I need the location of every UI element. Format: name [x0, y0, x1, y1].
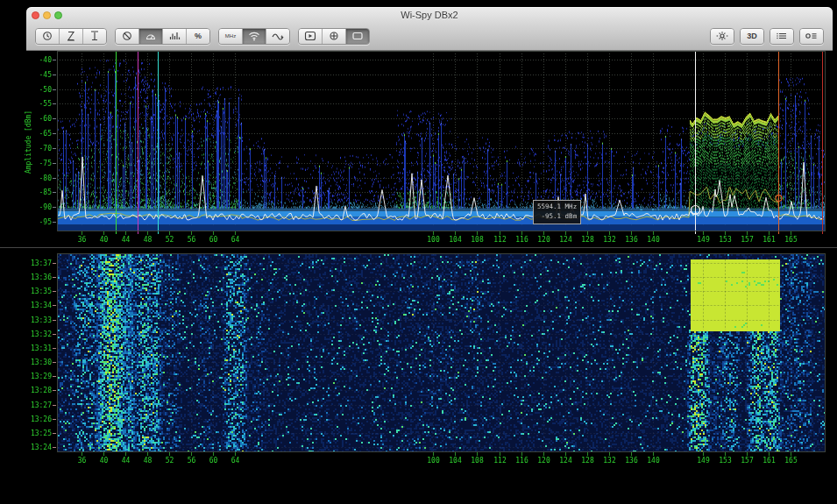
list-icon — [775, 31, 789, 41]
wi-spy-app: { "window": { "title": "Wi-Spy DBx2", "t… — [0, 0, 837, 504]
disable-icon — [120, 31, 134, 41]
window-title: Wi-Spy DBx2 — [26, 10, 833, 20]
waterfall-view-button[interactable] — [162, 29, 186, 44]
annotation-icon — [351, 31, 365, 41]
crosshair-button[interactable] — [322, 29, 345, 44]
three-d-view-button[interactable]: 3D — [741, 29, 763, 44]
sweep-wave-icon — [271, 31, 285, 41]
waterfall-bars-icon — [167, 31, 181, 41]
tooltip-frequency: 5594.1 MHz — [537, 202, 577, 212]
time-controls-group — [35, 28, 107, 45]
toolbar: % MHz — [26, 24, 833, 48]
sweep-button[interactable] — [266, 29, 289, 44]
disable-view-button[interactable] — [116, 29, 138, 44]
tooltip-amplitude: -95.1 dBm — [537, 212, 577, 222]
detail-list-icon — [805, 31, 819, 41]
wifi-networks-button[interactable] — [242, 29, 266, 44]
timespan-start-button[interactable] — [59, 29, 82, 44]
session-controls-group — [298, 28, 370, 45]
clock-button[interactable] — [36, 29, 59, 44]
clock-icon — [40, 31, 54, 41]
display-controls-group: MHz — [218, 28, 290, 45]
hourglass-start-icon — [64, 31, 78, 41]
window-chrome: Wi-Spy DBx2 % — [26, 7, 833, 51]
percent-icon: % — [195, 32, 202, 40]
three-d-label: 3D — [747, 32, 757, 40]
density-gauge-icon — [144, 31, 158, 41]
utilization-button[interactable]: % — [186, 29, 209, 44]
crosshair-icon — [327, 31, 341, 41]
amplitude-axis-title: Amplitude [dBm] — [25, 89, 33, 195]
mhz-units-button[interactable]: MHz — [219, 29, 242, 44]
hourglass-end-icon — [88, 31, 102, 41]
annotation-button[interactable] — [345, 29, 369, 44]
play-recording-button[interactable] — [299, 29, 322, 44]
timespan-end-button[interactable] — [82, 29, 106, 44]
gear-icon — [715, 31, 729, 41]
wifi-icon — [247, 31, 261, 41]
mhz-label: MHz — [225, 33, 236, 39]
settings-button[interactable] — [711, 29, 734, 44]
cursor-tooltip: 5594.1 MHz -95.1 dBm — [533, 200, 581, 224]
right-toolbar: 3D — [710, 28, 824, 45]
view-controls-group: % — [115, 28, 210, 45]
play-icon — [303, 31, 317, 41]
detail-view-button[interactable] — [800, 29, 823, 44]
spectrum-charts-canvas[interactable] — [0, 0, 837, 504]
density-view-button[interactable] — [138, 29, 162, 44]
list-view-button[interactable] — [770, 29, 793, 44]
titlebar: Wi-Spy DBx2 — [26, 7, 833, 24]
